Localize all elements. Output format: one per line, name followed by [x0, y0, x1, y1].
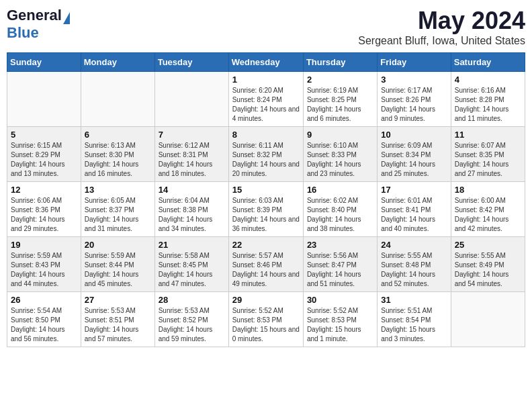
- calendar-day-cell: 8Sunrise: 6:11 AMSunset: 8:32 PMDaylight…: [228, 127, 303, 182]
- day-number: 19: [11, 240, 77, 250]
- calendar-day-cell: 2Sunrise: 6:19 AMSunset: 8:25 PMDaylight…: [303, 72, 377, 127]
- day-detail: Sunrise: 5:52 AMSunset: 8:53 PMDaylight:…: [232, 306, 300, 344]
- calendar-week-row: 1Sunrise: 6:20 AMSunset: 8:24 PMDaylight…: [7, 72, 525, 127]
- col-wednesday: Wednesday: [228, 53, 303, 72]
- day-detail: Sunrise: 6:02 AMSunset: 8:40 PMDaylight:…: [307, 196, 373, 234]
- calendar-day-cell: 17Sunrise: 6:01 AMSunset: 8:41 PMDayligh…: [378, 182, 451, 237]
- day-detail: Sunrise: 6:00 AMSunset: 8:42 PMDaylight:…: [455, 196, 521, 234]
- day-detail: Sunrise: 6:05 AMSunset: 8:37 PMDaylight:…: [85, 196, 151, 234]
- day-number: 3: [381, 75, 447, 85]
- calendar-day-cell: 6Sunrise: 6:13 AMSunset: 8:30 PMDaylight…: [81, 127, 154, 182]
- calendar-header-row: Sunday Monday Tuesday Wednesday Thursday…: [7, 53, 525, 72]
- col-tuesday: Tuesday: [154, 53, 228, 72]
- day-detail: Sunrise: 6:12 AMSunset: 8:31 PMDaylight:…: [159, 141, 225, 179]
- day-number: 9: [307, 130, 373, 140]
- day-detail: Sunrise: 5:58 AMSunset: 8:45 PMDaylight:…: [159, 251, 225, 289]
- calendar-day-cell: 26Sunrise: 5:54 AMSunset: 8:50 PMDayligh…: [7, 292, 81, 347]
- day-number: 12: [11, 185, 77, 195]
- calendar-day-cell: 18Sunrise: 6:00 AMSunset: 8:42 PMDayligh…: [451, 182, 525, 237]
- calendar-day-cell: 25Sunrise: 5:55 AMSunset: 8:49 PMDayligh…: [451, 237, 525, 292]
- calendar-day-cell: 24Sunrise: 5:55 AMSunset: 8:48 PMDayligh…: [378, 237, 451, 292]
- day-detail: Sunrise: 6:07 AMSunset: 8:35 PMDaylight:…: [455, 141, 521, 179]
- calendar-day-cell: 28Sunrise: 5:53 AMSunset: 8:52 PMDayligh…: [154, 292, 228, 347]
- calendar-day-cell: 30Sunrise: 5:52 AMSunset: 8:53 PMDayligh…: [303, 292, 377, 347]
- calendar-week-row: 19Sunrise: 5:59 AMSunset: 8:43 PMDayligh…: [7, 237, 525, 292]
- day-number: 2: [307, 75, 373, 85]
- col-friday: Friday: [378, 53, 451, 72]
- col-saturday: Saturday: [451, 53, 525, 72]
- day-number: 10: [381, 130, 447, 140]
- calendar-day-cell: 12Sunrise: 6:06 AMSunset: 8:36 PMDayligh…: [7, 182, 81, 237]
- calendar-day-cell: 3Sunrise: 6:17 AMSunset: 8:26 PMDaylight…: [378, 72, 451, 127]
- day-detail: Sunrise: 5:54 AMSunset: 8:50 PMDaylight:…: [11, 306, 77, 344]
- day-detail: Sunrise: 6:20 AMSunset: 8:24 PMDaylight:…: [232, 86, 300, 124]
- day-number: 15: [232, 185, 300, 195]
- day-number: 16: [307, 185, 373, 195]
- day-number: 26: [11, 295, 77, 305]
- day-detail: Sunrise: 6:19 AMSunset: 8:25 PMDaylight:…: [307, 86, 373, 124]
- day-detail: Sunrise: 5:53 AMSunset: 8:52 PMDaylight:…: [159, 306, 225, 344]
- day-detail: Sunrise: 6:10 AMSunset: 8:33 PMDaylight:…: [307, 141, 373, 179]
- calendar-day-cell: [81, 72, 154, 127]
- page-header: General Blue May 2024 Sergeant Bluff, Io…: [7, 7, 525, 47]
- calendar-day-cell: [7, 72, 81, 127]
- day-number: 28: [159, 295, 225, 305]
- logo-triangle-icon: [63, 12, 70, 24]
- logo-general-text: General: [7, 7, 62, 24]
- calendar-day-cell: 23Sunrise: 5:56 AMSunset: 8:47 PMDayligh…: [303, 237, 377, 292]
- day-detail: Sunrise: 6:17 AMSunset: 8:26 PMDaylight:…: [381, 86, 447, 124]
- day-number: 21: [159, 240, 225, 250]
- calendar-day-cell: 16Sunrise: 6:02 AMSunset: 8:40 PMDayligh…: [303, 182, 377, 237]
- calendar-day-cell: [451, 292, 525, 347]
- day-number: 27: [85, 295, 151, 305]
- day-number: 25: [455, 240, 521, 250]
- day-detail: Sunrise: 6:09 AMSunset: 8:34 PMDaylight:…: [381, 141, 447, 179]
- day-number: 13: [85, 185, 151, 195]
- calendar-day-cell: 10Sunrise: 6:09 AMSunset: 8:34 PMDayligh…: [378, 127, 451, 182]
- day-detail: Sunrise: 6:15 AMSunset: 8:29 PMDaylight:…: [11, 141, 77, 179]
- day-detail: Sunrise: 6:01 AMSunset: 8:41 PMDaylight:…: [381, 196, 447, 234]
- calendar-week-row: 5Sunrise: 6:15 AMSunset: 8:29 PMDaylight…: [7, 127, 525, 182]
- calendar-day-cell: 5Sunrise: 6:15 AMSunset: 8:29 PMDaylight…: [7, 127, 81, 182]
- calendar-day-cell: 13Sunrise: 6:05 AMSunset: 8:37 PMDayligh…: [81, 182, 154, 237]
- title-block: May 2024 Sergeant Bluff, Iowa, United St…: [358, 7, 525, 47]
- day-number: 30: [307, 295, 373, 305]
- calendar-day-cell: 22Sunrise: 5:57 AMSunset: 8:46 PMDayligh…: [228, 237, 303, 292]
- col-sunday: Sunday: [7, 53, 81, 72]
- day-detail: Sunrise: 6:16 AMSunset: 8:28 PMDaylight:…: [455, 86, 521, 124]
- day-number: 6: [85, 130, 151, 140]
- day-detail: Sunrise: 5:53 AMSunset: 8:51 PMDaylight:…: [85, 306, 151, 344]
- calendar-day-cell: [154, 72, 228, 127]
- day-number: 4: [455, 75, 521, 85]
- day-detail: Sunrise: 5:52 AMSunset: 8:53 PMDaylight:…: [307, 306, 373, 344]
- calendar-day-cell: 1Sunrise: 6:20 AMSunset: 8:24 PMDaylight…: [228, 72, 303, 127]
- calendar-week-row: 26Sunrise: 5:54 AMSunset: 8:50 PMDayligh…: [7, 292, 525, 347]
- day-detail: Sunrise: 5:55 AMSunset: 8:48 PMDaylight:…: [381, 251, 447, 289]
- day-number: 23: [307, 240, 373, 250]
- calendar-day-cell: 14Sunrise: 6:04 AMSunset: 8:38 PMDayligh…: [154, 182, 228, 237]
- calendar-title: May 2024: [358, 7, 525, 35]
- day-number: 8: [232, 130, 300, 140]
- day-number: 7: [159, 130, 225, 140]
- day-detail: Sunrise: 5:55 AMSunset: 8:49 PMDaylight:…: [455, 251, 521, 289]
- calendar-day-cell: 15Sunrise: 6:03 AMSunset: 8:39 PMDayligh…: [228, 182, 303, 237]
- day-detail: Sunrise: 5:59 AMSunset: 8:43 PMDaylight:…: [11, 251, 77, 289]
- day-detail: Sunrise: 5:59 AMSunset: 8:44 PMDaylight:…: [85, 251, 151, 289]
- day-detail: Sunrise: 6:04 AMSunset: 8:38 PMDaylight:…: [159, 196, 225, 234]
- day-number: 29: [232, 295, 300, 305]
- day-number: 17: [381, 185, 447, 195]
- calendar-day-cell: 20Sunrise: 5:59 AMSunset: 8:44 PMDayligh…: [81, 237, 154, 292]
- calendar-day-cell: 19Sunrise: 5:59 AMSunset: 8:43 PMDayligh…: [7, 237, 81, 292]
- calendar-day-cell: 7Sunrise: 6:12 AMSunset: 8:31 PMDaylight…: [154, 127, 228, 182]
- calendar-week-row: 12Sunrise: 6:06 AMSunset: 8:36 PMDayligh…: [7, 182, 525, 237]
- calendar-day-cell: 4Sunrise: 6:16 AMSunset: 8:28 PMDaylight…: [451, 72, 525, 127]
- day-number: 11: [455, 130, 521, 140]
- day-number: 18: [455, 185, 521, 195]
- day-detail: Sunrise: 6:13 AMSunset: 8:30 PMDaylight:…: [85, 141, 151, 179]
- day-number: 24: [381, 240, 447, 250]
- day-detail: Sunrise: 6:03 AMSunset: 8:39 PMDaylight:…: [232, 196, 300, 234]
- day-number: 22: [232, 240, 300, 250]
- logo: General Blue: [7, 7, 70, 42]
- calendar-day-cell: 9Sunrise: 6:10 AMSunset: 8:33 PMDaylight…: [303, 127, 377, 182]
- col-monday: Monday: [81, 53, 154, 72]
